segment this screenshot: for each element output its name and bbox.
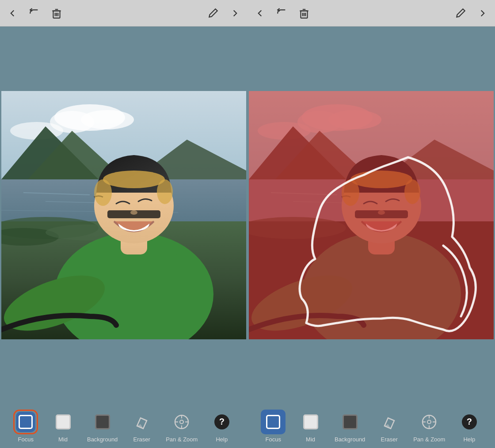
delete-button[interactable] bbox=[50, 6, 64, 20]
svg-point-73 bbox=[427, 420, 431, 424]
right-help-label: Help bbox=[463, 436, 475, 443]
back-button[interactable] bbox=[5, 6, 19, 20]
left-mid-label: Mid bbox=[58, 436, 68, 443]
right-eraser-label: Eraser bbox=[381, 436, 398, 443]
left-canvas bbox=[1, 91, 246, 339]
right-forward-button[interactable] bbox=[476, 6, 490, 20]
right-tool-eraser[interactable]: Eraser bbox=[376, 410, 403, 443]
right-undo-button[interactable] bbox=[275, 6, 289, 20]
right-panel: Focus Mid Background Eraser bbox=[248, 0, 495, 448]
forward-button[interactable] bbox=[228, 6, 242, 20]
left-panel: Focus Mid Background Eraser bbox=[0, 0, 248, 448]
left-toolbar bbox=[0, 0, 248, 27]
right-tool-background[interactable]: Background bbox=[335, 410, 365, 443]
right-toolbar bbox=[248, 0, 495, 27]
left-help-label: Help bbox=[216, 436, 228, 443]
right-delete-button[interactable] bbox=[297, 6, 311, 20]
svg-point-29 bbox=[103, 171, 165, 188]
left-tool-panzoom[interactable]: Pan & Zoom bbox=[166, 410, 198, 443]
left-tool-mid[interactable]: Mid bbox=[50, 410, 76, 443]
left-tool-help[interactable]: ? Help bbox=[209, 410, 235, 443]
left-tool-eraser[interactable]: Eraser bbox=[129, 410, 155, 443]
svg-point-31 bbox=[157, 179, 173, 204]
left-focus-label: Focus bbox=[18, 436, 33, 443]
right-tool-mid[interactable]: Mid bbox=[297, 410, 324, 443]
right-mid-label: Mid bbox=[306, 436, 315, 443]
left-tool-background[interactable]: Background bbox=[87, 410, 118, 443]
right-tool-panzoom[interactable]: Pan & Zoom bbox=[413, 410, 445, 443]
edit-button[interactable] bbox=[206, 6, 220, 20]
right-panzoom-label: Pan & Zoom bbox=[413, 436, 445, 443]
undo-button[interactable] bbox=[27, 6, 42, 20]
left-tool-focus[interactable]: Focus bbox=[12, 410, 39, 443]
right-tool-help[interactable]: ? Help bbox=[456, 410, 483, 443]
left-background-label: Background bbox=[87, 436, 118, 443]
svg-point-9 bbox=[81, 110, 134, 129]
right-background-label: Background bbox=[335, 436, 365, 443]
right-bottom-toolbar: Focus Mid Background Eraser bbox=[248, 404, 495, 448]
right-back-button[interactable] bbox=[253, 6, 267, 20]
svg-rect-69 bbox=[249, 91, 494, 339]
right-tool-focus[interactable]: Focus bbox=[260, 410, 286, 443]
left-panzoom-label: Pan & Zoom bbox=[166, 436, 198, 443]
left-eraser-label: Eraser bbox=[133, 436, 150, 443]
right-focus-label: Focus bbox=[265, 436, 281, 443]
svg-point-28 bbox=[130, 210, 137, 215]
right-canvas bbox=[249, 91, 494, 339]
left-image-area bbox=[0, 27, 248, 404]
right-image-area bbox=[248, 27, 495, 404]
left-bottom-toolbar: Focus Mid Background Eraser bbox=[0, 404, 248, 448]
right-edit-button[interactable] bbox=[453, 6, 468, 20]
svg-point-35 bbox=[180, 420, 183, 424]
svg-point-30 bbox=[94, 179, 112, 206]
